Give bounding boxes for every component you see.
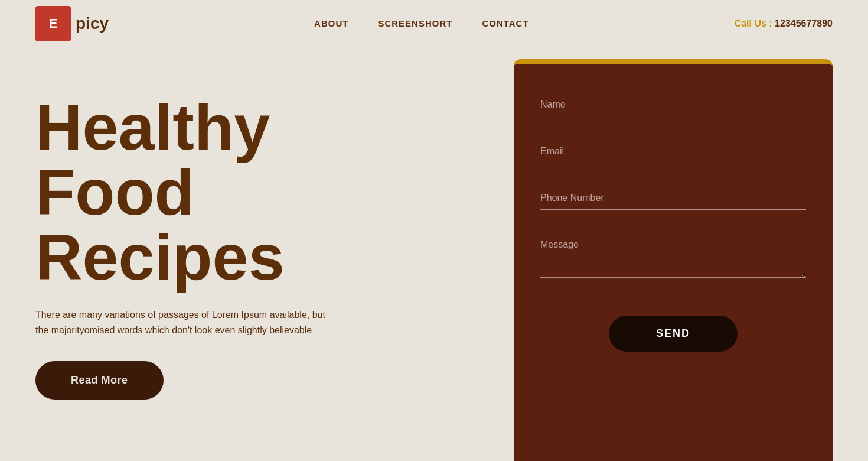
send-button[interactable]: SEND	[609, 316, 738, 352]
hero-title-line2: Food	[35, 155, 194, 228]
hero-description: There are many variations of passages of…	[35, 307, 331, 337]
call-us: Call Us : 12345677890	[735, 18, 833, 29]
read-more-button[interactable]: Read More	[35, 361, 164, 400]
nav-item-screenshot[interactable]: SCREENSHORT	[378, 18, 452, 29]
nav-link-about[interactable]: ABOUT	[314, 18, 348, 28]
nav-link-contact[interactable]: CONTACT	[482, 18, 528, 28]
nav-item-contact[interactable]: CONTACT	[482, 18, 528, 29]
navbar: E picy ABOUT SCREENSHORT CONTACT Call Us…	[0, 0, 868, 47]
hero-title: Healthy Food Recipes	[35, 95, 490, 290]
hero-title-line1: Healthy	[35, 90, 270, 163]
name-input[interactable]	[540, 93, 806, 116]
logo-icon: E	[35, 6, 71, 41]
hero-title-line3: Recipes	[35, 220, 285, 293]
form-phone-group	[540, 187, 806, 210]
form-message-group	[540, 233, 806, 280]
phone-input[interactable]	[540, 187, 806, 210]
logo-area: E picy	[35, 6, 109, 41]
nav-link-screenshot[interactable]: SCREENSHORT	[378, 18, 452, 28]
form-email-group	[540, 140, 806, 163]
main-content: Healthy Food Recipes There are many vari…	[0, 47, 868, 461]
left-section: Healthy Food Recipes There are many vari…	[35, 59, 514, 400]
contact-form-panel: SEND	[514, 59, 833, 461]
nav-links: ABOUT SCREENSHORT CONTACT	[314, 18, 529, 29]
email-input[interactable]	[540, 140, 806, 163]
form-name-group	[540, 93, 806, 116]
call-number: 12345677890	[775, 18, 833, 28]
logo-text: picy	[76, 14, 109, 33]
message-input[interactable]	[540, 233, 806, 278]
nav-item-about[interactable]: ABOUT	[314, 18, 348, 29]
call-label: Call Us :	[735, 18, 772, 28]
